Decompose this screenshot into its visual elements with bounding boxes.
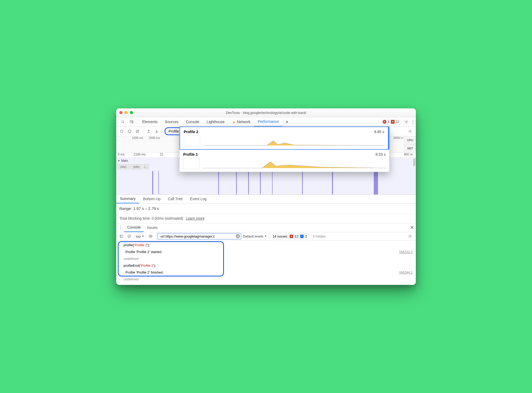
tab-bottom-up[interactable]: Bottom-Up <box>139 195 164 203</box>
console-line[interactable]: Profile 'Profile 2' started.VM232:2 <box>116 249 416 255</box>
svg-point-13 <box>410 236 411 237</box>
console-text: undefined <box>124 276 413 282</box>
issues-info-count: 2 <box>305 234 307 238</box>
error-icon: ✕ <box>383 120 386 124</box>
tab-lighthouse[interactable]: Lighthouse <box>203 117 228 127</box>
source-link[interactable]: VM244:2 <box>399 270 413 275</box>
console-text: profileEnd('Profile 2'); <box>124 263 413 269</box>
profile-duration: 8.53 s <box>376 152 386 157</box>
profile-wave <box>203 135 384 146</box>
more-tabs-icon[interactable]: » <box>283 117 291 127</box>
console-line[interactable]: ›profile('Profile 2'); <box>116 242 416 249</box>
issues-summary[interactable]: 14 Issues: ✕ 12 ≡ 2 <box>270 234 309 239</box>
learn-more-link[interactable]: Learn more <box>186 216 205 220</box>
idle-block[interactable]: (idle) <box>130 164 142 169</box>
console-glyph: ‹ <box>119 276 124 282</box>
blocking-time-row: Total blocking time: 0.00ms (estimated) … <box>116 214 416 223</box>
console-text: Profile 'Profile 2' finished. <box>124 270 399 275</box>
tab-summary[interactable]: Summary <box>116 195 139 203</box>
drawer-tab-issues[interactable]: Issues <box>144 223 161 232</box>
main-thread-label[interactable]: ▼ Main <box>118 159 128 163</box>
context-selector[interactable]: top ▼ <box>136 234 144 238</box>
tab-call-tree[interactable]: Call Tree <box>164 195 186 203</box>
blocking-text: Total blocking time: 0.00ms (estimated) <box>119 216 183 220</box>
drawer-kebab-icon[interactable]: ⋮ <box>117 223 124 232</box>
close-drawer-icon[interactable]: ✕ <box>408 223 416 232</box>
device-toggle-icon[interactable] <box>127 117 136 127</box>
idle-block[interactable]: (idle) <box>117 164 129 169</box>
svg-point-7 <box>410 131 411 132</box>
devtools-window: DevTools - blog.google/technology/ai/cod… <box>116 108 416 285</box>
window-title: DevTools - blog.google/technology/ai/cod… <box>116 111 416 115</box>
svg-point-3 <box>406 121 407 122</box>
settings-icon[interactable] <box>403 117 410 127</box>
console-line[interactable]: Profile 'Profile 2' finished.VM244:2 <box>116 269 416 276</box>
issues-label: 14 Issues: <box>273 234 288 238</box>
tab-network[interactable]: ▲ Network <box>228 117 254 127</box>
record-icon[interactable] <box>118 128 125 135</box>
profile-duration: 8.85 s <box>374 130 384 134</box>
issue-error-icon: ✕ <box>290 235 293 238</box>
kebab-menu-icon[interactable]: ⋮ <box>410 117 416 127</box>
errors-count: 4 <box>388 120 390 124</box>
collapse-icon: ▼ <box>118 159 120 162</box>
console-text: undefined <box>124 256 413 262</box>
console-clear-icon[interactable] <box>126 234 132 238</box>
main-label-text: Main <box>121 159 128 163</box>
live-expression-icon[interactable] <box>147 234 154 238</box>
range-text: Range: 1.97 s – 2.79 s <box>116 204 416 214</box>
drawer-tabs: ⋮ Console Issues ✕ <box>116 223 416 232</box>
console-body[interactable]: ›profile('Profile 2'); Profile 'Profile … <box>116 241 416 285</box>
console-filter-input[interactable]: -url:https://www.googletagmanager.c ✕ <box>157 233 241 239</box>
tick-label: 9000 m <box>392 136 403 141</box>
console-line[interactable]: ‹undefined <box>116 276 416 283</box>
tab-network-label: Network <box>237 120 250 124</box>
errors-badge[interactable]: ✕ 4 ✕ 12 <box>381 119 402 124</box>
context-label: top <box>136 234 141 238</box>
console-text: profile('Profile 2'); <box>124 242 413 248</box>
tick-label: 0 ms <box>116 153 132 158</box>
console-glyph <box>119 249 124 255</box>
chevron-down-icon: ▼ <box>142 235 144 238</box>
cpu-label: CPU <box>405 136 416 144</box>
console-sidebar-icon[interactable] <box>118 234 125 238</box>
clear-filter-icon[interactable]: ✕ <box>236 234 240 238</box>
svg-line-6 <box>136 130 139 132</box>
drawer-tab-console[interactable]: Console <box>124 223 144 232</box>
clear-icon[interactable] <box>134 128 141 135</box>
issue-info-icon: ≡ <box>300 235 304 238</box>
console-line[interactable]: ›profileEnd('Profile 2'); <box>116 262 416 269</box>
source-link[interactable]: VM232:2 <box>399 249 413 255</box>
warning-icon: ▲ <box>232 120 236 124</box>
console-glyph: ‹ <box>119 256 124 262</box>
svg-rect-1 <box>130 120 132 122</box>
net-label: NET <box>405 144 416 152</box>
log-levels-select[interactable]: Default levels ▼ <box>243 234 267 238</box>
svg-point-12 <box>150 235 151 237</box>
console-line[interactable]: ‹undefined <box>116 255 416 262</box>
inspect-icon[interactable] <box>118 117 127 127</box>
tab-performance[interactable]: Performance <box>254 117 283 127</box>
scrollbar-thumb[interactable] <box>413 158 415 166</box>
perf-settings-icon[interactable] <box>406 129 414 133</box>
console-text: Profile 'Profile 2' started. <box>124 249 399 255</box>
console-toolbar: top ▼ -url:https://www.googletagmanager.… <box>116 232 416 241</box>
svg-line-11 <box>128 235 130 237</box>
tab-event-log[interactable]: Event Log <box>186 195 210 203</box>
task-block[interactable]: (… <box>144 164 149 169</box>
hidden-count[interactable]: 6 hidden <box>313 234 326 238</box>
console-settings-icon[interactable] <box>406 234 414 238</box>
titlebar: DevTools - blog.google/technology/ai/cod… <box>116 108 416 117</box>
tab-elements[interactable]: Elements <box>139 117 161 127</box>
upload-icon[interactable] <box>145 128 152 135</box>
tick-label: 1000 ms <box>116 136 148 141</box>
profile-item-1[interactable]: Profile 1 8.53 s <box>180 150 389 172</box>
profile-item-2[interactable]: Profile 2 8.85 s <box>180 127 389 150</box>
issues-count: 12 <box>396 120 399 124</box>
tab-console[interactable]: Console <box>182 117 203 127</box>
tab-sources[interactable]: Sources <box>161 117 182 127</box>
reload-record-icon[interactable] <box>126 128 133 135</box>
console-glyph <box>119 270 124 275</box>
download-icon[interactable] <box>153 128 160 135</box>
profile-thumbnail <box>184 135 200 147</box>
